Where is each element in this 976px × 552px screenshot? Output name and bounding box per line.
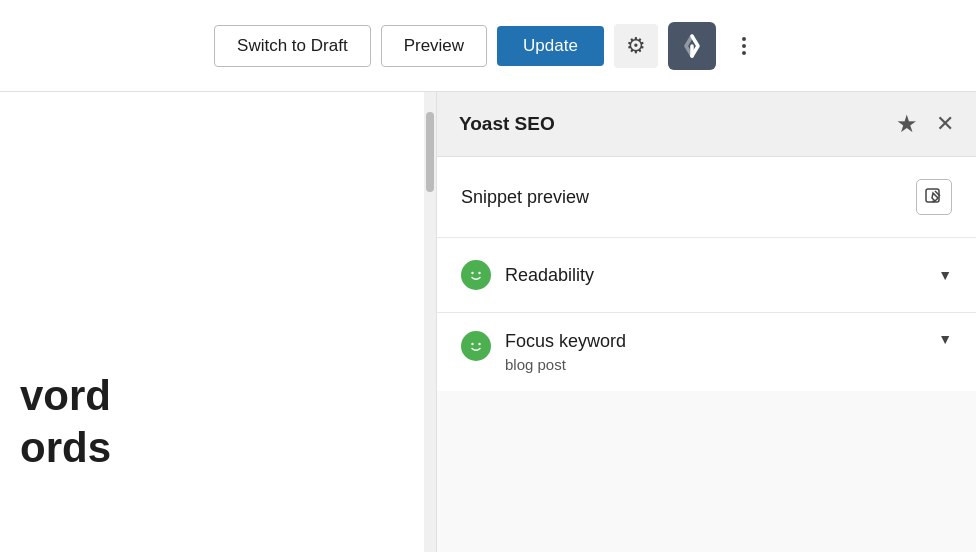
yoast-panel: Yoast SEO ★ ✕ Snippet preview	[436, 92, 976, 552]
toolbar: Switch to Draft Preview Update ⚙	[0, 0, 976, 92]
svg-point-6	[478, 343, 480, 345]
close-icon[interactable]: ✕	[936, 111, 954, 137]
snippet-preview-label: Snippet preview	[461, 187, 589, 208]
star-icon[interactable]: ★	[896, 110, 918, 138]
editor-text: vord ords	[0, 352, 131, 492]
scrollbar-track[interactable]	[424, 92, 436, 552]
update-button[interactable]: Update	[497, 26, 604, 66]
readability-chevron-icon[interactable]: ▼	[938, 267, 952, 283]
partial-text-2: ords	[20, 424, 111, 472]
yoast-header-icons: ★ ✕	[896, 110, 954, 138]
focus-keyword-smiley-icon	[465, 335, 487, 357]
dot-2	[742, 44, 746, 48]
focus-keyword-text: Focus keyword blog post	[505, 331, 626, 373]
focus-keyword-label: Focus keyword	[505, 331, 626, 352]
readability-row[interactable]: Readability ▼	[437, 238, 976, 313]
yoast-icon[interactable]	[668, 22, 716, 70]
snippet-edit-button[interactable]	[916, 179, 952, 215]
svg-point-5	[471, 343, 473, 345]
edit-icon	[925, 188, 943, 206]
switch-to-draft-button[interactable]: Switch to Draft	[214, 25, 371, 67]
preview-button[interactable]: Preview	[381, 25, 487, 67]
readability-left: Readability	[461, 260, 594, 290]
editor-area[interactable]: vord ords	[0, 92, 424, 552]
partial-text-1: vord	[20, 372, 111, 420]
svg-point-3	[478, 272, 480, 274]
yoast-header: Yoast SEO ★ ✕	[437, 92, 976, 157]
yoast-logo-icon	[678, 32, 706, 60]
readability-smiley-icon	[465, 264, 487, 286]
svg-point-4	[465, 335, 487, 357]
yoast-panel-title: Yoast SEO	[459, 113, 555, 135]
focus-keyword-row[interactable]: Focus keyword blog post ▼	[437, 313, 976, 391]
dot-3	[742, 51, 746, 55]
focus-keyword-chevron-icon[interactable]: ▼	[938, 331, 952, 347]
main-area: vord ords Yoast SEO ★ ✕ Snippet preview	[0, 92, 976, 552]
focus-keyword-left: Focus keyword blog post	[461, 331, 626, 373]
more-options-button[interactable]	[726, 28, 762, 64]
readability-smiley	[461, 260, 491, 290]
svg-point-2	[471, 272, 473, 274]
svg-point-1	[465, 264, 487, 286]
snippet-preview-row: Snippet preview	[437, 157, 976, 238]
scrollbar-thumb[interactable]	[426, 112, 434, 192]
focus-keyword-smiley	[461, 331, 491, 361]
readability-label: Readability	[505, 265, 594, 286]
focus-keyword-value: blog post	[505, 356, 626, 373]
dot-1	[742, 37, 746, 41]
settings-icon[interactable]: ⚙	[614, 24, 658, 68]
